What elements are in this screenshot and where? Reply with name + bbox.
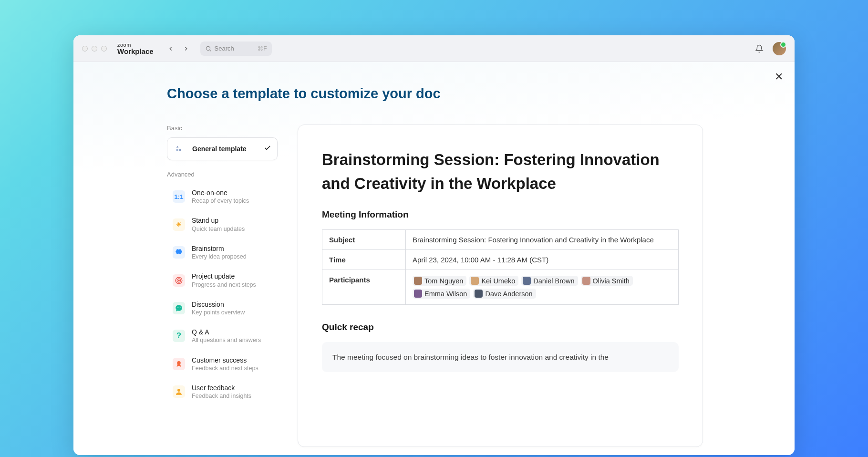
layout: Basic General template Advanced 1:1: [73, 102, 795, 447]
advanced-section-label: Advanced: [167, 171, 278, 178]
template-name: Q & A: [192, 328, 272, 336]
template-general[interactable]: General template: [167, 137, 278, 160]
participant-avatar: [582, 277, 590, 285]
template-name: Brainstorm: [192, 244, 272, 253]
participant-name: Emma Wilson: [424, 290, 467, 298]
table-row-participants: Participants Tom NguyenKei UmekoDaniel B…: [322, 270, 679, 305]
svg-rect-13: [179, 149, 181, 151]
titlebar-right: [753, 42, 786, 55]
svg-point-20: [177, 361, 181, 365]
template-name: Stand up: [192, 216, 272, 225]
table-row-subject: Subject Brainstorming Session: Fostering…: [322, 230, 679, 250]
ribbon-icon: [173, 358, 185, 370]
template-desc: Feedback and insights: [192, 392, 272, 400]
template-name: Customer success: [192, 356, 272, 364]
chat-icon: [173, 302, 185, 314]
meeting-info-table: Subject Brainstorming Session: Fostering…: [322, 229, 679, 305]
question-icon: ?: [173, 330, 185, 342]
svg-point-0: [206, 46, 210, 50]
template-name: User feedback: [192, 384, 272, 392]
participant-chip[interactable]: Emma Wilson: [413, 289, 470, 299]
template-project-update[interactable]: Project update Progress and next steps: [167, 267, 278, 293]
shapes-icon: [173, 143, 186, 155]
brain-icon: [173, 246, 185, 259]
participant-avatar: [475, 290, 483, 298]
svg-line-1: [209, 50, 211, 51]
template-qa[interactable]: ? Q & A All questions and answers: [167, 323, 278, 349]
back-button[interactable]: [164, 42, 177, 55]
svg-point-16: [178, 280, 179, 280]
table-row-time: Time April 23, 2024, 10:00 AM - 11:28 AM…: [322, 250, 679, 270]
participants-chips: Tom NguyenKei UmekoDaniel BrownOlivia Sm…: [413, 276, 672, 299]
template-desc: Key points overview: [192, 309, 272, 316]
subject-value: Brainstorming Session: Fostering Innovat…: [406, 230, 679, 250]
traffic-close[interactable]: [82, 46, 88, 52]
user-avatar[interactable]: [773, 42, 786, 55]
participant-chip[interactable]: Daniel Brown: [521, 276, 578, 286]
traffic-lights: [82, 46, 107, 52]
participant-chip[interactable]: Kei Umeko: [469, 276, 518, 286]
search-shortcut: ⌘F: [258, 45, 267, 52]
participant-name: Dave Anderson: [485, 290, 532, 298]
subject-label: Subject: [322, 230, 406, 250]
template-name: Discussion: [192, 300, 272, 309]
sun-icon: ☀: [173, 218, 185, 231]
template-name: General template: [192, 145, 257, 153]
participant-chip[interactable]: Olivia Smith: [581, 276, 633, 286]
check-icon: [264, 144, 271, 154]
search-input[interactable]: Search ⌘F: [200, 42, 272, 56]
history-nav: [164, 42, 193, 55]
participant-name: Olivia Smith: [593, 277, 630, 285]
participant-name: Daniel Brown: [533, 277, 574, 285]
template-standup[interactable]: ☀ Stand up Quick team updates: [167, 211, 278, 237]
template-desc: Feedback and next steps: [192, 364, 272, 372]
template-customer-success[interactable]: Customer success Feedback and next steps: [167, 351, 278, 377]
basic-section-label: Basic: [167, 125, 278, 132]
meeting-info-heading: Meeting Information: [322, 209, 679, 220]
participant-avatar: [523, 277, 531, 285]
page-title: Choose a template to customize your doc: [73, 62, 795, 102]
participant-avatar: [414, 277, 422, 285]
svg-point-17: [177, 307, 178, 308]
participant-avatar: [471, 277, 479, 285]
participants-label: Participants: [322, 270, 406, 305]
svg-point-19: [180, 307, 181, 308]
template-sidebar: Basic General template Advanced 1:1: [167, 125, 278, 447]
search-placeholder: Search: [215, 45, 234, 52]
titlebar: zoom Workplace Search ⌘F Home Meetings: [73, 35, 795, 62]
svg-point-21: [177, 389, 180, 392]
forward-button[interactable]: [179, 42, 193, 55]
template-name: One-on-one: [192, 188, 272, 197]
one-on-one-icon: 1:1: [173, 190, 185, 203]
template-user-feedback[interactable]: User feedback Feedback and insights: [167, 379, 278, 405]
app-window: zoom Workplace Search ⌘F Home Meetings: [73, 35, 795, 455]
doc-title: Brainstorming Session: Fostering Innovat…: [322, 148, 679, 195]
template-desc: Quick team updates: [192, 225, 272, 233]
participant-chip[interactable]: Tom Nguyen: [413, 276, 466, 286]
template-one-on-one[interactable]: 1:1 One-on-one Recap of every topics: [167, 184, 278, 209]
svg-point-18: [178, 307, 179, 308]
template-desc: All questions and answers: [192, 336, 272, 344]
recap-text: The meeting focused on brainstorming ide…: [322, 342, 679, 372]
doc-preview: Brainstorming Session: Fostering Innovat…: [298, 125, 703, 447]
traffic-minimize[interactable]: [92, 46, 97, 52]
traffic-zoom[interactable]: [101, 46, 107, 52]
template-desc: Progress and next steps: [192, 281, 272, 289]
close-button[interactable]: ✕: [775, 71, 783, 83]
target-icon: [173, 274, 185, 287]
template-discussion[interactable]: Discussion Key points overview: [167, 295, 278, 321]
template-brainstorm[interactable]: Brainstorm Every idea proposed: [167, 239, 278, 265]
user-icon: [173, 385, 185, 398]
content-area: ✕ Choose a template to customize your do…: [73, 62, 795, 455]
participant-chip[interactable]: Dave Anderson: [473, 289, 536, 299]
template-desc: Recap of every topics: [192, 197, 272, 205]
notifications-button[interactable]: [753, 42, 766, 55]
template-name: Project update: [192, 272, 272, 280]
search-icon: [205, 45, 212, 52]
bell-icon: [755, 44, 764, 53]
time-label: Time: [322, 250, 406, 270]
brand-logo: zoom Workplace: [117, 42, 154, 55]
template-desc: Every idea proposed: [192, 253, 272, 260]
participants-value: Tom NguyenKei UmekoDaniel BrownOlivia Sm…: [406, 270, 679, 305]
svg-rect-12: [176, 149, 178, 151]
